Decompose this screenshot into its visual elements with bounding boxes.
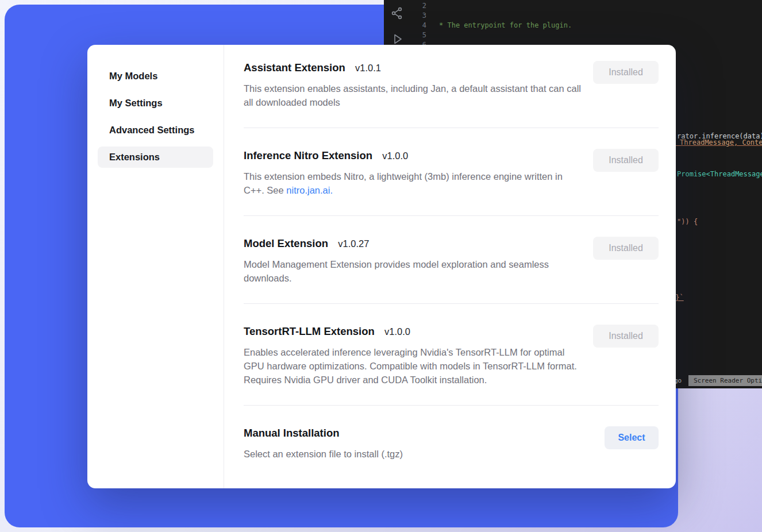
nitro-jan-ai-link[interactable]: nitro.jan.ai. <box>286 185 333 195</box>
sidebar-item-extensions[interactable]: Extensions <box>98 147 213 168</box>
extension-description: Enables accelerated inference leveraging… <box>244 345 582 387</box>
extension-name: Inference Nitro Extension <box>244 149 372 161</box>
sidebar-item-advanced-settings[interactable]: Advanced Settings <box>98 119 213 141</box>
extension-title: Assistant Extension v1.0.1 <box>244 61 582 75</box>
extension-block-tensorrt: TensortRT-LLM Extension v1.0.0 Enables a… <box>244 325 659 387</box>
divider <box>244 215 659 216</box>
installed-button[interactable]: Installed <box>593 237 659 260</box>
extension-description: This extension enables assistants, inclu… <box>244 82 582 109</box>
extension-info: Model Extension v1.0.27 Model Management… <box>244 237 582 285</box>
divider <box>244 128 659 128</box>
divider <box>244 405 659 406</box>
divider <box>244 303 659 304</box>
extension-block-assistant: Assistant Extension v1.0.1 This extensio… <box>244 61 659 109</box>
extension-block-model: Model Extension v1.0.27 Model Management… <box>244 237 659 285</box>
manual-installation-title: Manual Installation <box>244 426 403 440</box>
extension-info: Inference Nitro Extension v1.0.0 This ex… <box>244 149 582 197</box>
line-number: 2 <box>411 1 426 11</box>
manual-installation-description: Select an extension file to install (.tg… <box>244 447 403 461</box>
code-fragment: Promise<ThreadMessage> <box>677 170 762 179</box>
select-file-button[interactable]: Select <box>605 426 659 449</box>
sidebar-item-my-models[interactable]: My Models <box>98 65 213 87</box>
extension-version: v1.0.27 <box>338 238 369 249</box>
extension-title: TensortRT-LLM Extension v1.0.0 <box>244 325 582 338</box>
line-number-gutter: 2 3 4 5 6 <box>411 1 426 50</box>
extension-version: v1.0.1 <box>355 63 381 73</box>
extension-name: Manual Installation <box>244 427 340 439</box>
screen-reader-status-chip[interactable]: Screen Reader Optimized <box>688 375 762 386</box>
line-number: 5 <box>411 30 426 40</box>
extension-version: v1.0.0 <box>382 151 408 161</box>
extension-version: v1.0.0 <box>384 326 410 337</box>
line-number: 4 <box>411 21 426 30</box>
sidebar-item-my-settings[interactable]: My Settings <box>98 92 213 114</box>
manual-installation-block: Manual Installation Select an extension … <box>244 426 659 461</box>
extension-name: Assistant Extension <box>244 61 345 74</box>
extensions-panel: Assistant Extension v1.0.1 This extensio… <box>224 45 676 488</box>
extension-name: Model Extension <box>244 237 328 249</box>
extension-name: TensortRT-LLM Extension <box>244 325 375 337</box>
settings-sidebar: My Models My Settings Advanced Settings … <box>87 45 224 488</box>
extension-description: Model Management Extension provides mode… <box>244 257 582 285</box>
extension-block-nitro: Inference Nitro Extension v1.0.0 This ex… <box>244 149 659 197</box>
installed-button[interactable]: Installed <box>593 149 659 172</box>
extension-info: TensortRT-LLM Extension v1.0.0 Enables a… <box>244 325 582 387</box>
line-number: 3 <box>411 11 426 21</box>
extension-info: Assistant Extension v1.0.1 This extensio… <box>244 61 582 109</box>
extension-description: This extension embeds Nitro, a lightweig… <box>244 169 582 197</box>
settings-modal: My Models My Settings Advanced Settings … <box>87 45 676 488</box>
code-fragment: ")) { <box>677 218 698 226</box>
code-fragment: rator.inference(data)); <box>677 132 762 141</box>
installed-button[interactable]: Installed <box>593 61 659 84</box>
extension-title: Model Extension v1.0.27 <box>244 237 582 250</box>
code-line: * The entrypoint for the plugin. <box>439 21 762 30</box>
installed-button[interactable]: Installed <box>593 325 659 348</box>
extension-title: Inference Nitro Extension v1.0.0 <box>244 149 582 163</box>
git-fork-icon[interactable] <box>390 6 404 22</box>
extension-info: Manual Installation Select an extension … <box>244 426 403 461</box>
